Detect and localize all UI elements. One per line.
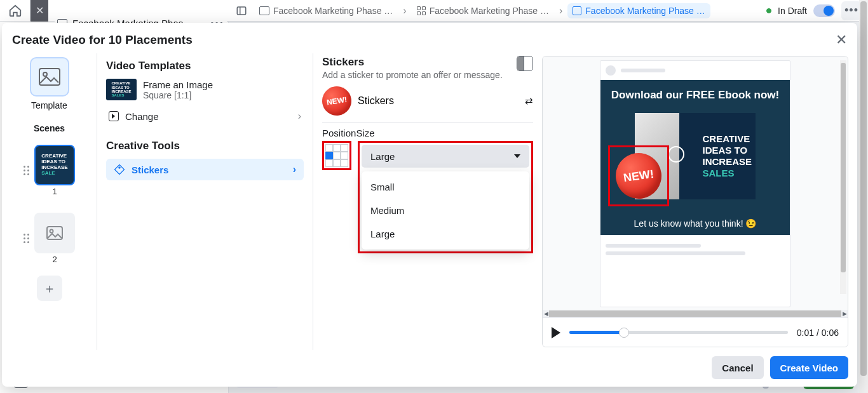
- panel-toggle-icon[interactable]: [229, 0, 254, 22]
- scene-2-thumb[interactable]: [34, 213, 75, 253]
- breadcrumb: Facebook Marketing Phase … › Facebook Ma…: [254, 3, 766, 18]
- chevron-right-icon: ›: [293, 164, 296, 175]
- svg-rect-0: [237, 7, 246, 15]
- svg-point-3: [43, 72, 47, 76]
- breadcrumb-group[interactable]: Facebook Marketing Phase …: [412, 3, 554, 18]
- scene-2[interactable]: 2: [24, 213, 75, 264]
- svg-point-6: [119, 167, 120, 168]
- modal-title: Create Video for 10 Placements: [12, 33, 193, 47]
- preview-horizontal-scrollbar[interactable]: ◀▶: [543, 310, 848, 317]
- stickers-title: Stickers: [322, 56, 503, 69]
- folder-icon: [259, 6, 269, 15]
- close-tab-button[interactable]: ✕: [31, 0, 48, 22]
- change-template-button[interactable]: Change ›: [106, 104, 304, 128]
- sticker-new-icon: NEW!: [320, 84, 353, 117]
- preview-sticker-highlight: NEW!: [608, 145, 669, 206]
- scene-2-number: 2: [52, 255, 57, 264]
- size-option-medium[interactable]: Medium: [362, 199, 529, 222]
- svg-rect-2: [39, 69, 60, 85]
- create-video-modal: Create Video for 10 Placements ✕ Templat…: [2, 23, 857, 387]
- position-size-label: PositionSize: [322, 128, 533, 138]
- close-modal-button[interactable]: ✕: [836, 32, 847, 48]
- template-card[interactable]: [30, 57, 69, 97]
- layout-icon[interactable]: [517, 56, 533, 71]
- chevron-right-icon: ›: [298, 110, 301, 122]
- size-option-large[interactable]: Large: [362, 222, 529, 246]
- creative-tools-heading: Creative Tools: [106, 140, 304, 152]
- preview-scrollbar[interactable]: [840, 60, 846, 294]
- stickers-tool[interactable]: Stickers ›: [106, 159, 304, 180]
- time-readout: 0:01 / 0:06: [797, 328, 839, 338]
- scenes-heading: Scenes: [34, 123, 65, 133]
- create-video-button[interactable]: Create Video: [770, 356, 848, 379]
- size-select[interactable]: Large: [362, 145, 529, 168]
- svg-rect-4: [47, 227, 62, 239]
- scene-1-thumb[interactable]: CREATIVEIDEAS TOINCREASESALE: [34, 145, 75, 185]
- status-label: In Draft: [778, 6, 807, 16]
- sticker-name: Stickers: [358, 95, 394, 107]
- grid-icon: [417, 6, 426, 15]
- preview-caption: Let us know what you think! 😉: [607, 218, 783, 229]
- position-grid[interactable]: [325, 144, 348, 167]
- svg-point-5: [50, 230, 53, 233]
- preview-panel: Download our FREE Ebook now! CREATIVE ID…: [542, 56, 848, 347]
- position-highlight: [322, 141, 351, 170]
- play-icon: [109, 111, 119, 121]
- preview-headline: Download our FREE Ebook now!: [607, 89, 783, 102]
- size-dropdown: Small Medium Large: [362, 171, 529, 250]
- video-templates-heading: Video Templates: [106, 60, 304, 72]
- chevron-right-icon: ›: [403, 5, 406, 17]
- stickers-subtitle: Add a sticker to promote an offer or mes…: [322, 70, 503, 80]
- size-highlight: Large Small Medium Large: [358, 141, 533, 253]
- placeholder-line: [621, 69, 665, 72]
- template-label: Template: [31, 100, 67, 110]
- template-thumb: CREATIVEIDEAS TOINCREASESALES: [106, 79, 137, 100]
- preview-logo-icon: [668, 146, 684, 163]
- tag-icon: [114, 164, 125, 175]
- status-dot-icon: [766, 8, 771, 13]
- page-scrollbar[interactable]: [859, 0, 868, 393]
- template-name: Frame an Image: [143, 79, 213, 90]
- preview-card: Download our FREE Ebook now! CREATIVE ID…: [600, 60, 790, 307]
- chevron-right-icon: ›: [559, 5, 562, 17]
- template-aspect: Square [1:1]: [143, 90, 213, 100]
- preview-copy: CREATIVE IDEAS TO INCREASE SALES: [702, 133, 752, 179]
- position-cell-selected[interactable]: [325, 152, 333, 159]
- drag-handle-icon[interactable]: [24, 234, 29, 243]
- swap-icon[interactable]: ⇄: [525, 95, 533, 107]
- cancel-button[interactable]: Cancel: [712, 356, 763, 379]
- scene-1[interactable]: CREATIVEIDEAS TOINCREASESALE 1: [24, 145, 75, 196]
- play-button[interactable]: [552, 327, 560, 338]
- chevron-down-icon: [514, 154, 520, 158]
- breadcrumb-ad[interactable]: Facebook Marketing Phase …: [567, 3, 710, 18]
- status-toggle[interactable]: [813, 4, 835, 17]
- breadcrumb-folder[interactable]: Facebook Marketing Phase …: [254, 3, 398, 18]
- size-option-small[interactable]: Small: [362, 175, 529, 199]
- preview-sticker-new-icon: NEW!: [613, 150, 664, 201]
- seek-knob[interactable]: [619, 328, 629, 338]
- template-row[interactable]: CREATIVEIDEAS TOINCREASESALES Frame an I…: [106, 79, 304, 100]
- home-button[interactable]: [0, 0, 31, 22]
- add-scene-button[interactable]: ＋: [37, 276, 62, 301]
- seek-bar[interactable]: [569, 331, 788, 334]
- ad-icon: [573, 6, 581, 15]
- scene-1-number: 1: [52, 187, 57, 196]
- drag-handle-icon[interactable]: [24, 166, 29, 175]
- avatar-placeholder: [606, 65, 616, 76]
